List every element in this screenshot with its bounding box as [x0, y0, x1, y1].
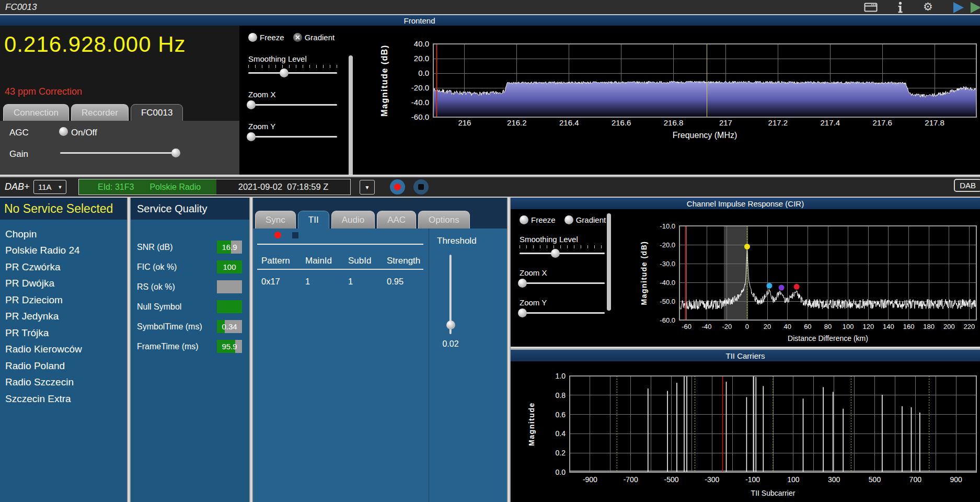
station-pr-czw-rka[interactable]: PR Czwórka: [0, 259, 127, 276]
play-green-icon[interactable]: [970, 2, 980, 15]
detail-tab-sync[interactable]: Sync: [255, 211, 296, 229]
threshold-knob[interactable]: [446, 321, 455, 329]
quality-badge: [217, 300, 242, 313]
frontend-gradient-radio[interactable]: Gradient: [293, 33, 335, 42]
agc-radio[interactable]: [59, 127, 68, 136]
info-icon[interactable]: [897, 2, 904, 16]
lower-region: No Service Selected ChopinPolskie Radio …: [0, 197, 980, 502]
cir-smoothing-level-knob[interactable]: [551, 249, 560, 258]
splitter-detail-right[interactable]: [507, 198, 511, 502]
svg-text:-40.0: -40.0: [660, 279, 675, 287]
quality-row-null-symbol: Null Symbol: [131, 297, 249, 317]
channel-select[interactable]: 11A ▼: [33, 180, 66, 194]
stop-icon: [418, 184, 424, 190]
svg-text:-20.0: -20.0: [660, 241, 675, 249]
output-mode-badge: DAB: [954, 179, 980, 192]
station-dropdown-button[interactable]: ▼: [360, 180, 375, 195]
svg-text:-30.0: -30.0: [660, 260, 675, 268]
svg-text:216.2: 216.2: [507, 118, 527, 127]
station-pr-tr-jka[interactable]: PR Trójka: [0, 325, 127, 341]
cir-zoom-y-slider[interactable]: [520, 309, 605, 317]
frontend-zoom-x-knob[interactable]: [247, 100, 256, 109]
frontend-section: 0.216.928.000 Hz 43 ppm Correction Conne…: [0, 26, 980, 175]
cir-chart: -60-40-20020406080100120140160180200220-…: [613, 209, 980, 347]
gain-label: Gain: [9, 149, 28, 159]
svg-text:-60.0: -60.0: [411, 112, 429, 121]
tii-record-icon[interactable]: [274, 232, 281, 238]
detail-tab-tii[interactable]: TII: [298, 211, 329, 229]
frontend-smoothing-level-knob[interactable]: [280, 69, 289, 77]
tii-carriers-chart: -900-700-500-300-1001003005007009000.00.…: [511, 361, 980, 502]
ensemble-name: Polskie Radio: [149, 182, 201, 192]
freeze-radio-ball: [520, 215, 528, 224]
frontend-controls-scrollbar[interactable]: [349, 55, 353, 185]
stop-button[interactable]: [413, 179, 429, 195]
quality-rows: SNR (dB)16.9FIC (ok %)100RS (ok %)Null S…: [131, 220, 249, 357]
quality-badge: [217, 280, 242, 293]
svg-text:-40.0: -40.0: [411, 98, 429, 107]
detail-tab-options[interactable]: Options: [418, 211, 470, 229]
station-radio-poland[interactable]: Radio Poland: [0, 358, 127, 374]
gain-knob[interactable]: [171, 149, 180, 157]
service-list-header: No Service Selected: [0, 198, 127, 220]
svg-text:0.6: 0.6: [556, 410, 566, 419]
frontend-zoom-y-slider[interactable]: [248, 132, 337, 141]
svg-text:-60.0: -60.0: [660, 316, 675, 324]
svg-text:40: 40: [783, 323, 791, 330]
detail-tab-audio[interactable]: Audio: [331, 211, 375, 229]
frontend-tab-connection[interactable]: Connection: [3, 104, 69, 121]
cir-zoom-x-knob[interactable]: [518, 279, 527, 288]
station-pr-dzieciom[interactable]: PR Dzieciom: [0, 292, 127, 309]
quality-label: Null Symbol: [137, 302, 181, 312]
dab-timestamp: 2021-09-02 07:18:59 Z: [216, 179, 350, 195]
frontend-zoom-y-knob[interactable]: [247, 132, 256, 141]
settings-gear-icon[interactable]: ⚙: [923, 1, 933, 13]
svg-text:1.0: 1.0: [556, 372, 566, 380]
play-blue-icon[interactable]: [953, 2, 964, 15]
svg-text:-40: -40: [702, 323, 712, 330]
frontend-zoom-x-slider[interactable]: [248, 100, 337, 109]
station-szczecin-extra[interactable]: Szczecin Extra: [0, 391, 127, 407]
dab-mode-label: DAB+: [5, 181, 30, 192]
cir-radio-row: FreezeGradient: [520, 215, 613, 224]
window-icon[interactable]: [864, 3, 878, 15]
cir-freeze-radio[interactable]: Freeze: [520, 215, 556, 224]
threshold-slider[interactable]: [442, 255, 459, 334]
frontend-tab-fc0013[interactable]: FC0013: [131, 104, 183, 121]
gain-slider[interactable]: [60, 149, 180, 157]
station-list: ChopinPolskie Radio 24PR CzwórkaPR Dwójk…: [0, 220, 127, 407]
cir-gradient-radio[interactable]: Gradient: [564, 215, 606, 224]
svg-text:-100: -100: [745, 475, 760, 484]
cir-zoom-y-label: Zoom Y: [520, 298, 613, 307]
detail-tab-aac[interactable]: AAC: [377, 211, 416, 229]
tii-stop-icon[interactable]: [292, 232, 298, 238]
frontend-freeze-radio[interactable]: Freeze: [248, 33, 284, 42]
frontend-tab-recorder[interactable]: Recorder: [71, 104, 129, 121]
quality-row-snr-db: SNR (dB)16.9: [131, 237, 249, 257]
cir-zoom-y-knob[interactable]: [518, 309, 527, 317]
station-pr-dw-jka[interactable]: PR Dwójka: [0, 276, 127, 292]
svg-text:300: 300: [828, 475, 840, 484]
svg-text:0.4: 0.4: [556, 429, 566, 438]
service-list-panel: No Service Selected ChopinPolskie Radio …: [0, 198, 127, 502]
station-polskie-radio-24[interactable]: Polskie Radio 24: [0, 243, 127, 259]
station-radio-szczecin[interactable]: Radio Szczecin: [0, 374, 127, 391]
cir-smoothing-level-tickmarks: [520, 245, 605, 248]
svg-text:-20: -20: [722, 323, 732, 330]
splitter-quality-detail[interactable]: [249, 198, 253, 502]
splitter-services-quality[interactable]: [127, 198, 131, 502]
svg-text:500: 500: [869, 475, 881, 484]
cir-smoothing-level-slider[interactable]: [520, 249, 605, 258]
service-quality-panel: Service Quality SNR (dB)16.9FIC (ok %)10…: [131, 198, 249, 502]
station-radio-kierowc-w[interactable]: Radio Kierowców: [0, 341, 127, 358]
svg-text:-300: -300: [705, 475, 719, 484]
svg-text:700: 700: [909, 475, 922, 484]
station-pr-jedynka[interactable]: PR Jedynka: [0, 309, 127, 325]
chevron-down-icon: ▼: [365, 185, 370, 190]
record-button[interactable]: [390, 179, 405, 195]
station-chopin[interactable]: Chopin: [0, 226, 127, 243]
quality-value: [217, 300, 242, 313]
cir-controls-scrollbar[interactable]: [607, 213, 611, 311]
frontend-smoothing-level-slider[interactable]: [248, 69, 337, 77]
cir-zoom-x-slider[interactable]: [520, 279, 605, 288]
